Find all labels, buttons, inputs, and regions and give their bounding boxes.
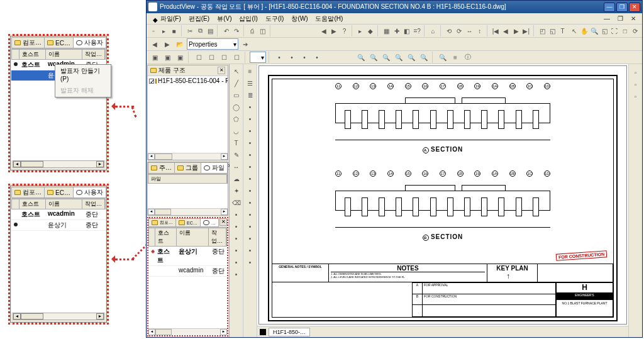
tab-file[interactable]: 파일 bbox=[201, 162, 228, 174]
poly-icon[interactable]: ⬠ bbox=[231, 113, 242, 125]
tool14-icon[interactable]: • bbox=[231, 221, 242, 232]
sel2-icon[interactable]: ☐ bbox=[206, 52, 217, 63]
measure-icon[interactable]: ✚ bbox=[392, 25, 401, 36]
v4-icon[interactable]: • bbox=[245, 101, 256, 113]
next2-icon[interactable]: ▶ bbox=[162, 38, 173, 50]
menu-insert[interactable]: 삽입(I) bbox=[235, 14, 261, 24]
print-preview-icon[interactable]: ◫ bbox=[258, 25, 267, 36]
scroll-right-icon[interactable]: ► bbox=[96, 313, 104, 320]
palette3-icon[interactable]: ▫ bbox=[630, 91, 641, 102]
v16-icon[interactable]: • bbox=[245, 245, 256, 256]
v15-icon[interactable]: • bbox=[245, 233, 256, 244]
col-action[interactable]: 작업… bbox=[82, 50, 105, 59]
zoom-window-icon[interactable]: ◱ bbox=[600, 25, 609, 36]
next-icon[interactable]: ▶ bbox=[511, 25, 520, 36]
fit-icon[interactable]: ⛶ bbox=[610, 25, 619, 36]
col-name[interactable]: 이름 bbox=[46, 50, 82, 59]
properties-combo[interactable]: Properties▾ bbox=[187, 38, 238, 50]
copy-icon[interactable]: ⧉ bbox=[196, 25, 204, 36]
tree-item-label[interactable]: H1F1-850-EC116-004 - FOU bbox=[158, 77, 228, 84]
v6-icon[interactable]: • bbox=[245, 125, 256, 136]
maximize-button[interactable]: ❐ bbox=[616, 3, 628, 12]
mini-user-row[interactable]: wcadmin 중단 bbox=[148, 266, 227, 277]
v13-icon[interactable]: • bbox=[245, 209, 256, 220]
tool-icon[interactable]: ◆ bbox=[366, 25, 375, 36]
extents-icon[interactable]: □ bbox=[621, 25, 630, 36]
h-scrollbar[interactable]: ◄ ► bbox=[13, 313, 104, 320]
save-icon[interactable]: ■ bbox=[169, 25, 178, 36]
v17-icon[interactable]: • bbox=[245, 257, 256, 268]
close-button[interactable]: ✕ bbox=[629, 3, 640, 12]
t1-icon[interactable]: • bbox=[274, 52, 285, 63]
v3-icon[interactable]: ≣ bbox=[245, 89, 256, 101]
v9-icon[interactable]: • bbox=[245, 161, 256, 172]
scroll-right-icon[interactable]: ► bbox=[96, 161, 104, 167]
checkbox-icon[interactable]: ✓ bbox=[149, 79, 154, 84]
ctx-make-presenter[interactable]: 발표자 만들기(P) bbox=[55, 65, 111, 84]
z6-icon[interactable]: 🔍 bbox=[418, 52, 430, 63]
undo-icon[interactable]: ↶ bbox=[222, 25, 231, 36]
menu-file[interactable]: 파일(F) bbox=[157, 14, 185, 24]
v7-icon[interactable]: • bbox=[245, 137, 256, 148]
menu-window[interactable]: 창(W) bbox=[287, 14, 311, 24]
z1-icon[interactable]: 🔍 bbox=[355, 52, 367, 63]
paste-icon[interactable]: ▤ bbox=[206, 25, 214, 36]
tool16-icon[interactable]: • bbox=[231, 245, 242, 256]
tree-body[interactable]: ✓ H1F1-850-EC116-004 - FOU bbox=[148, 76, 228, 153]
col-host[interactable]: 호스트 bbox=[19, 199, 46, 209]
v11-icon[interactable]: • bbox=[245, 185, 256, 196]
tab-users[interactable]: 사용자 bbox=[73, 37, 106, 48]
file-col[interactable]: 파일 bbox=[148, 175, 227, 183]
z7-icon[interactable]: 🔍 bbox=[437, 52, 448, 63]
mini-hscroll[interactable]: ◄ ► bbox=[148, 328, 227, 335]
flag-icon[interactable]: ▸ bbox=[356, 25, 365, 36]
doc-tab[interactable]: H1F1-850-… bbox=[269, 328, 310, 336]
back-icon[interactable]: ◀ bbox=[319, 25, 328, 36]
home-icon[interactable]: ⌂ bbox=[429, 25, 438, 36]
tool17-icon[interactable]: • bbox=[231, 257, 242, 268]
fliph-icon[interactable]: ↔ bbox=[465, 25, 474, 36]
col-action[interactable]: 작업… bbox=[82, 199, 105, 209]
last-icon[interactable]: ▶| bbox=[522, 25, 531, 36]
close-icon[interactable]: ✕ bbox=[219, 218, 227, 226]
view2-icon[interactable]: ◱ bbox=[548, 25, 557, 36]
scroll-left-icon[interactable]: ◄ bbox=[13, 161, 21, 167]
tab-components[interactable]: 컴포… bbox=[11, 187, 45, 198]
prev2-icon[interactable]: ◀ bbox=[149, 38, 160, 50]
mini-user-row[interactable]: ◆ 호스트 윤상기 중단 bbox=[148, 247, 227, 266]
mini-hscroll[interactable]: ◄ ► bbox=[148, 208, 228, 215]
flipv-icon[interactable]: ↕ bbox=[475, 25, 484, 36]
hand-icon[interactable]: ✋ bbox=[580, 25, 589, 36]
scroll-left-icon[interactable]: ◄ bbox=[13, 313, 21, 320]
titlebar[interactable]: ProductView - 공동 작업 모드 [ 뷰어 ] - [H1F1-85… bbox=[147, 1, 642, 13]
v1-icon[interactable]: ≡ bbox=[245, 65, 256, 77]
z5-icon[interactable]: 🔍 bbox=[406, 52, 417, 63]
arc-icon[interactable]: ◡ bbox=[231, 125, 242, 136]
first-icon[interactable]: |◀ bbox=[491, 25, 500, 36]
layer2-icon[interactable]: ▣ bbox=[162, 52, 173, 63]
cut-icon[interactable]: ✂ bbox=[186, 25, 194, 36]
line-icon[interactable]: ╱ bbox=[231, 77, 242, 89]
tab-ec[interactable]: EC… bbox=[44, 37, 74, 48]
tab-annot[interactable]: 주… bbox=[148, 162, 175, 174]
zoom-icon[interactable]: 🔍 bbox=[590, 25, 599, 36]
open-icon[interactable]: ▸ bbox=[159, 25, 168, 36]
t3-icon[interactable]: • bbox=[299, 52, 310, 63]
menu-help[interactable]: 도움말(H) bbox=[311, 14, 347, 24]
palette1-icon[interactable]: ▫ bbox=[630, 67, 641, 78]
user-row[interactable]: 윤상기 중단 bbox=[11, 220, 106, 231]
prev-icon[interactable]: ◀ bbox=[501, 25, 510, 36]
forward-icon[interactable]: ▶ bbox=[330, 25, 338, 36]
v5-icon[interactable]: • bbox=[245, 113, 256, 125]
h-scrollbar[interactable]: ◄ ► bbox=[13, 160, 104, 168]
refresh-icon[interactable]: ⟳ bbox=[631, 25, 640, 36]
scroll-right-icon[interactable]: ► bbox=[221, 153, 228, 160]
text-icon[interactable]: T bbox=[558, 25, 567, 36]
minimize-button[interactable]: — bbox=[604, 3, 615, 12]
z3-icon[interactable]: 🔍 bbox=[380, 52, 392, 63]
help-icon[interactable]: ? bbox=[340, 25, 348, 36]
tab-ec-mini[interactable]: EC… bbox=[175, 218, 201, 227]
v10-icon[interactable]: • bbox=[245, 173, 256, 184]
tab-users-mini[interactable]: … bbox=[200, 218, 219, 227]
color-layers-icon[interactable]: ▦ bbox=[382, 25, 391, 36]
